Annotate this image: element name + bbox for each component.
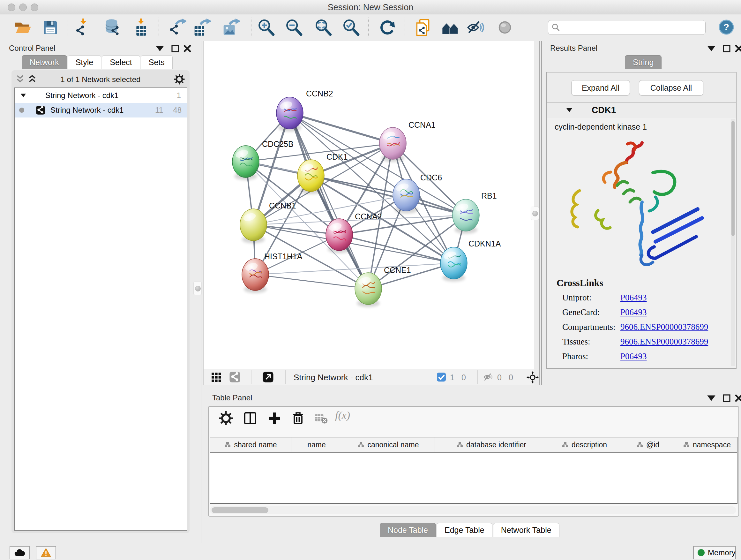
export-table-icon[interactable] [193, 18, 211, 37]
panel-menu-icon[interactable] [706, 44, 717, 53]
network-edge[interactable] [255, 274, 368, 289]
control-panel-tabs: NetworkStyleSelectSets [22, 55, 173, 69]
node-table: shared namenamecanonical namedatabase id… [210, 437, 738, 504]
tab-select[interactable]: Select [102, 55, 140, 69]
network-node-CCNA1[interactable] [380, 127, 406, 162]
panel-close-icon[interactable] [182, 44, 193, 53]
crosslink-link[interactable]: P06493 [620, 307, 647, 317]
column-header-description[interactable]: description [548, 437, 621, 452]
warnings-button[interactable] [36, 546, 56, 559]
network-graph[interactable]: CCNB2CCNA1CDC25BCDK1CDC6RB1CCNB1CCNA2CDK… [204, 41, 534, 369]
network-node-CDK1[interactable] [297, 160, 324, 194]
import-table-icon[interactable] [131, 18, 149, 37]
network-row[interactable]: String Network - cdk1 11 48 [15, 103, 187, 118]
crosslink-link[interactable]: P06493 [620, 293, 647, 303]
export-network-icon[interactable] [169, 18, 186, 37]
vertical-splitter[interactable] [541, 41, 542, 385]
network-collection-row[interactable]: String Network - cdk1 1 [15, 88, 187, 103]
node-label: RB1 [481, 191, 497, 200]
column-header-database-identifier[interactable]: database identifier [435, 437, 548, 452]
panel-float-icon[interactable] [170, 44, 181, 53]
selected-checkbox-icon[interactable] [436, 372, 446, 382]
network-node-CCNB2[interactable] [276, 97, 303, 132]
tab-network[interactable]: Network [22, 55, 67, 69]
gene-panel-header[interactable]: CDK1 [547, 103, 736, 118]
network-canvas[interactable]: CCNB2CCNA1CDC25BCDK1CDC6RB1CCNB1CCNA2CDK… [203, 41, 534, 369]
hide-selected-icon[interactable] [467, 18, 484, 37]
network-node-CCNE1[interactable] [355, 273, 382, 307]
zoom-in-icon[interactable] [257, 18, 275, 37]
left-splitter-knob[interactable] [195, 286, 201, 292]
import-network-from-database-icon[interactable] [104, 18, 121, 37]
string-app-icon[interactable] [229, 371, 241, 383]
apply-layout-icon[interactable] [379, 18, 396, 37]
network-node-CDC25B[interactable] [232, 145, 259, 180]
network-name: String Network - cdk1 [51, 106, 124, 115]
network-edge[interactable] [290, 113, 368, 289]
column-header--id[interactable]: @id [621, 437, 675, 452]
toolbar-separator [68, 17, 68, 37]
panel-close-icon[interactable] [733, 393, 741, 403]
expand-all-button[interactable]: Expand All [571, 80, 630, 96]
network-color-dot [19, 108, 24, 113]
panel-float-icon[interactable] [721, 44, 732, 53]
table-horizontal-scrollbar[interactable] [210, 506, 736, 514]
column-header-namespace[interactable]: namespace [675, 437, 739, 452]
table-container: f(x) shared namenamecanonical namedataba… [208, 406, 739, 516]
cloud-status-button[interactable] [10, 546, 30, 559]
column-header-shared-name[interactable]: shared name [210, 437, 291, 452]
panel-menu-icon[interactable] [154, 44, 165, 53]
crosslink-link[interactable]: 9606.ENSP00000378699 [620, 322, 708, 332]
import-network-icon[interactable] [74, 18, 92, 37]
network-node-CCNB1[interactable] [240, 209, 267, 243]
panel-close-icon[interactable] [733, 44, 741, 53]
column-header-canonical-name[interactable]: canonical name [342, 437, 435, 452]
export-image-icon[interactable] [222, 18, 240, 37]
birdseye-view-icon[interactable] [211, 372, 221, 382]
tab-node-table[interactable]: Node Table [380, 523, 436, 537]
search-input[interactable] [563, 22, 701, 33]
column-header-name[interactable]: name [291, 437, 342, 452]
zoom-selected-icon[interactable] [342, 18, 360, 37]
save-session-icon[interactable] [42, 18, 59, 37]
panel-menu-icon[interactable] [706, 393, 717, 403]
first-neighbors-icon[interactable] [442, 18, 460, 37]
vertical-splitter[interactable] [539, 41, 540, 385]
zoom-fit-content-icon[interactable] [314, 18, 332, 37]
collapse-all-button[interactable]: Collapse All [639, 80, 703, 96]
network-options-gear-icon[interactable] [174, 73, 185, 85]
tab-network-table[interactable]: Network Table [493, 523, 559, 537]
table-settings-gear-icon[interactable] [218, 411, 233, 426]
crosslink-link[interactable]: 9606.ENSP00000378699 [620, 337, 708, 347]
tab-style[interactable]: Style [68, 55, 102, 69]
show-column-panel-icon[interactable] [243, 411, 258, 426]
new-network-from-selection-icon[interactable] [414, 18, 432, 37]
node-label: CCNB1 [269, 201, 296, 210]
fit-selection-icon[interactable] [527, 371, 539, 383]
delete-column-icon[interactable] [290, 411, 306, 426]
collection-expander-icon[interactable] [20, 92, 27, 98]
right-splitter-knob[interactable] [532, 211, 538, 216]
collection-count: 1 [177, 91, 181, 100]
zoom-out-icon[interactable] [285, 18, 303, 37]
toolbar-separator [368, 17, 369, 37]
network-node-CDKN1A[interactable] [441, 247, 467, 282]
open-in-browser-icon[interactable] [262, 371, 274, 383]
open-session-icon[interactable] [14, 18, 31, 37]
tab-string[interactable]: String [625, 55, 662, 69]
network-node-RB1[interactable] [453, 199, 479, 234]
create-column-icon[interactable] [267, 411, 282, 426]
show-hidden-icon[interactable] [496, 18, 514, 37]
help-button[interactable]: ? [719, 19, 734, 35]
network-edge[interactable] [290, 113, 393, 143]
memory-button[interactable]: Memory [693, 546, 736, 559]
crosslink-link[interactable]: P06493 [620, 352, 647, 361]
network-node-CCNA2[interactable] [326, 219, 353, 253]
tab-sets[interactable]: Sets [141, 55, 173, 69]
tab-edge-table[interactable]: Edge Table [436, 523, 492, 537]
panel-float-icon[interactable] [721, 393, 732, 403]
results-scrollbar[interactable] [731, 119, 735, 366]
network-node-HIST1H1A[interactable] [242, 259, 269, 293]
gene-expander-icon[interactable] [565, 107, 573, 113]
network-node-CDC6[interactable] [393, 179, 420, 213]
